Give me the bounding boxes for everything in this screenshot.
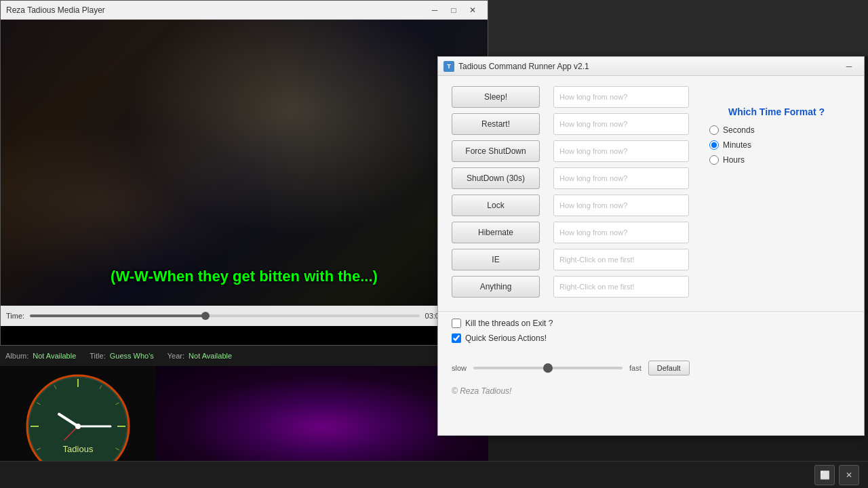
title-info: Title: Guess Who's <box>90 352 154 360</box>
svg-text:Tadious: Tadious <box>63 444 94 454</box>
speed-row: slow fast Default <box>438 355 864 381</box>
radio-hours[interactable] <box>709 155 719 165</box>
cmd-runner-window: T Tadious Command Runner App v2.1 ─ Slee… <box>437 56 865 436</box>
speed-fast-label: fast <box>629 364 642 372</box>
inputs-column <box>553 86 689 298</box>
info-bar: Album: Not Available Title: Guess Who's … <box>0 346 488 366</box>
progress-bar-area: Time: 03:06/04:55 Vol: <box>1 306 488 326</box>
radio-label-seconds: Seconds <box>723 125 755 135</box>
year-value: Not Available <box>189 352 232 360</box>
radio-minutes[interactable] <box>709 140 719 150</box>
bottom-options: Kill the threads on Exit ? Quick Serious… <box>438 311 864 355</box>
action-btn-4[interactable]: Lock <box>452 195 540 216</box>
buttons-column: Sleep!Restart!Force ShutDownShutDown (30… <box>452 86 540 298</box>
action-btn-5[interactable]: Hibernate <box>452 222 540 243</box>
year-label: Year: <box>167 352 184 360</box>
time-format-title: Which Time Format ? <box>709 106 844 117</box>
radio-seconds[interactable] <box>709 125 719 135</box>
action-btn-0[interactable]: Sleep! <box>452 86 540 108</box>
cmd-minimize-button[interactable]: ─ <box>840 59 859 74</box>
video-area: (W-W-When they get bitten with the...) T… <box>1 20 488 326</box>
progress-thumb[interactable] <box>201 312 210 320</box>
time-label: Time: <box>6 312 24 320</box>
cmd-icon: T <box>443 61 454 72</box>
radio-row-hours: Hours <box>709 155 844 165</box>
title-value: Guess Who's <box>110 352 154 360</box>
title-label: Title: <box>90 352 105 360</box>
radio-label-hours: Hours <box>723 155 745 165</box>
time-input-5[interactable] <box>553 222 689 243</box>
time-input-2[interactable] <box>553 140 689 162</box>
cmd-content: Sleep!Restart!Force ShutDownShutDown (30… <box>438 76 864 308</box>
subtitle-text: (W-W-When they get bitten with the...) <box>1 268 488 285</box>
copyright-text: © Reza Tadious! <box>438 381 864 401</box>
progress-fill <box>30 314 205 317</box>
speed-slider[interactable] <box>473 367 623 369</box>
album-value: Not Available <box>33 352 76 360</box>
action-btn-6[interactable]: IE <box>452 249 540 270</box>
cmd-title: Tadious Command Runner App v2.1 <box>458 62 835 71</box>
speed-thumb[interactable] <box>543 363 553 373</box>
quick-actions-row: Quick Serious Actions! <box>452 333 850 343</box>
media-player-title: Reza Tadious Media Player <box>6 5 425 15</box>
action-btn-3[interactable]: ShutDown (30s) <box>452 167 540 189</box>
time-input-6[interactable] <box>553 249 689 270</box>
minimize-button[interactable]: ─ <box>425 3 444 18</box>
time-input-3[interactable] <box>553 167 689 189</box>
default-button[interactable]: Default <box>648 361 690 375</box>
album-label: Album: <box>5 352 28 360</box>
taskbar-btn-2[interactable]: ✕ <box>839 465 859 485</box>
time-input-1[interactable] <box>553 113 689 135</box>
quick-actions-checkbox[interactable] <box>452 333 461 343</box>
time-input-7[interactable] <box>553 276 689 298</box>
year-info: Year: Not Available <box>167 352 232 360</box>
quick-actions-label: Quick Serious Actions! <box>465 333 547 343</box>
action-btn-1[interactable]: Restart! <box>452 113 540 135</box>
radio-label-minutes: Minutes <box>723 140 751 150</box>
time-input-0[interactable] <box>553 86 689 108</box>
album-info: Album: Not Available <box>5 352 76 360</box>
taskbar-btn-1[interactable]: ⬜ <box>814 465 835 485</box>
dark-background <box>488 0 868 56</box>
progress-track[interactable] <box>30 314 419 317</box>
media-player-window: Reza Tadious Media Player ─ □ ✕ (W-W-Whe… <box>0 0 488 346</box>
maximize-button[interactable]: □ <box>444 3 463 18</box>
speed-slow-label: slow <box>452 364 467 372</box>
time-format-section: Which Time Format ? SecondsMinutesHours <box>703 100 850 177</box>
close-button[interactable]: ✕ <box>463 3 482 18</box>
action-btn-7[interactable]: Anything <box>452 276 540 298</box>
radio-options: SecondsMinutesHours <box>709 125 844 165</box>
radio-row-minutes: Minutes <box>709 140 844 150</box>
radio-row-seconds: Seconds <box>709 125 844 135</box>
time-input-4[interactable] <box>553 195 689 216</box>
kill-threads-label: Kill the threads on Exit ? <box>465 319 553 328</box>
cmd-titlebar: T Tadious Command Runner App v2.1 ─ <box>438 57 864 76</box>
kill-threads-row: Kill the threads on Exit ? <box>452 319 850 328</box>
svg-point-17 <box>75 424 81 429</box>
media-player-titlebar: Reza Tadious Media Player ─ □ ✕ <box>1 1 488 20</box>
right-panel: Which Time Format ? SecondsMinutesHours <box>703 86 850 298</box>
action-btn-2[interactable]: Force ShutDown <box>452 140 540 162</box>
taskbar: ⬜ ✕ <box>0 461 868 488</box>
kill-threads-checkbox[interactable] <box>452 319 461 328</box>
